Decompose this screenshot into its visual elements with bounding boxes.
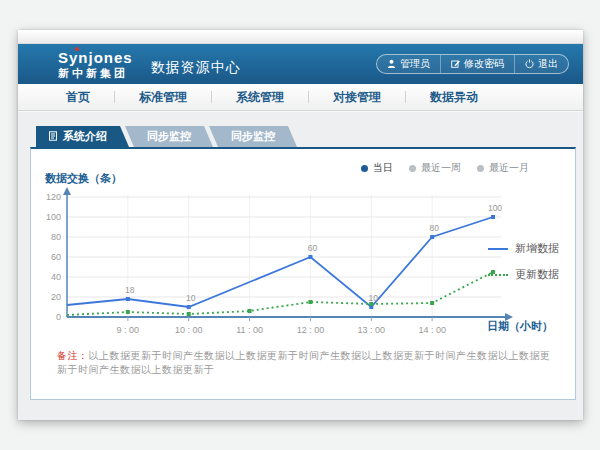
svg-text:40: 40 — [51, 272, 61, 282]
page-title: 数据资源中心 — [151, 59, 241, 77]
dotted-line-swatch — [488, 274, 508, 276]
svg-text:120: 120 — [46, 192, 61, 202]
svg-text:100: 100 — [488, 203, 502, 213]
radio-unselected-icon — [477, 165, 484, 172]
app-header: Synjones 新中新集团 数据资源中心 管理员 修改密码 退出 — [18, 44, 583, 84]
x-axis-title: 日期（小时） — [487, 319, 553, 334]
change-password-button[interactable]: 修改密码 — [441, 55, 515, 73]
svg-text:18: 18 — [125, 285, 135, 295]
tab-label: 同步监控 — [147, 129, 191, 144]
svg-text:100: 100 — [46, 212, 61, 222]
svg-text:13 : 00: 13 : 00 — [358, 325, 386, 335]
nav-item-standard-mgmt[interactable]: 标准管理 — [115, 91, 212, 103]
y-axis-title: 数据交换（条） — [45, 171, 122, 186]
nav-item-data-change[interactable]: 数据异动 — [406, 91, 502, 103]
svg-text:9 : 00: 9 : 00 — [117, 325, 140, 335]
main-nav: 首页 标准管理 系统管理 对接管理 数据异动 — [18, 84, 583, 111]
user-label: 管理员 — [400, 57, 430, 71]
company-logo: Synjones 新中新集团 — [58, 50, 133, 79]
nav-item-home[interactable]: 首页 — [42, 91, 115, 103]
nav-item-system-mgmt[interactable]: 系统管理 — [212, 91, 309, 103]
logo-text-cn: 新中新集团 — [58, 68, 133, 79]
tab-label: 同步监控 — [231, 129, 275, 144]
svg-text:20: 20 — [51, 292, 61, 302]
range-option-today[interactable]: 当日 — [361, 161, 393, 175]
svg-text:0: 0 — [56, 312, 61, 322]
window-top-strip — [18, 30, 583, 44]
line-chart: 0204060801001209 : 0010 : 0011 : 0012 : … — [39, 185, 517, 345]
logo-text-en: Synjones — [58, 50, 133, 65]
user-toolbar: 管理员 修改密码 退出 — [376, 54, 569, 74]
svg-text:60: 60 — [308, 243, 318, 253]
change-password-label: 修改密码 — [464, 57, 504, 71]
user-icon — [387, 59, 396, 70]
svg-text:10 : 00: 10 : 00 — [175, 325, 203, 335]
svg-text:80: 80 — [51, 232, 61, 242]
svg-text:11 : 00: 11 : 00 — [236, 325, 263, 335]
tab-sync-monitor-2[interactable]: 同步监控 — [209, 126, 297, 147]
tab-sync-monitor-1[interactable]: 同步监控 — [125, 126, 213, 147]
svg-text:10: 10 — [186, 293, 196, 303]
footnote-text: 以上数据更新于时间产生数据以上数据更新于时间产生数据以上数据更新于时间产生数据以… — [57, 350, 551, 375]
logout-button[interactable]: 退出 — [515, 55, 568, 73]
svg-text:80: 80 — [429, 223, 439, 233]
tab-system-intro[interactable]: 系统介绍 — [36, 126, 129, 147]
legend-label: 更新数据 — [515, 267, 559, 282]
tab-bar: 系统介绍 同步监控 同步监控 — [36, 126, 583, 147]
app-window: Synjones 新中新集团 数据资源中心 管理员 修改密码 退出 — [18, 30, 583, 420]
content-area: 系统介绍 同步监控 同步监控 当日 最近一周 — [18, 112, 583, 420]
footnote-prefix: 备注： — [57, 350, 89, 361]
legend-item-updated-data[interactable]: 更新数据 — [488, 267, 559, 282]
logout-label: 退出 — [538, 57, 558, 71]
legend-label: 新增数据 — [515, 241, 559, 256]
radio-unselected-icon — [409, 165, 416, 172]
chart-panel: 当日 最近一周 最近一月 数据交换（条） 0204060801001209 : … — [30, 147, 576, 400]
radio-label: 最近一周 — [421, 161, 461, 175]
range-option-last-month[interactable]: 最近一月 — [477, 161, 529, 175]
nav-item-interface-mgmt[interactable]: 对接管理 — [309, 91, 406, 103]
radio-selected-icon — [361, 165, 368, 172]
power-icon — [525, 59, 534, 70]
radio-label: 当日 — [373, 161, 393, 175]
footnote: 备注：以上数据更新于时间产生数据以上数据更新于时间产生数据以上数据更新于时间产生… — [57, 349, 559, 377]
chart-legend: 新增数据 更新数据 — [488, 241, 559, 293]
document-icon — [48, 131, 58, 143]
svg-text:14 : 00: 14 : 00 — [418, 325, 446, 335]
user-menu-button[interactable]: 管理员 — [377, 55, 441, 73]
svg-text:10: 10 — [369, 293, 379, 303]
range-option-last-week[interactable]: 最近一周 — [409, 161, 461, 175]
range-radio-group: 当日 最近一周 最近一月 — [361, 161, 529, 175]
tab-label: 系统介绍 — [63, 129, 107, 144]
svg-text:60: 60 — [51, 252, 61, 262]
logo-red-accent — [75, 47, 79, 51]
svg-text:12 : 00: 12 : 00 — [297, 325, 325, 335]
legend-item-new-data[interactable]: 新增数据 — [488, 241, 559, 256]
edit-icon — [451, 59, 460, 70]
radio-label: 最近一月 — [489, 161, 529, 175]
solid-line-swatch — [488, 248, 508, 250]
